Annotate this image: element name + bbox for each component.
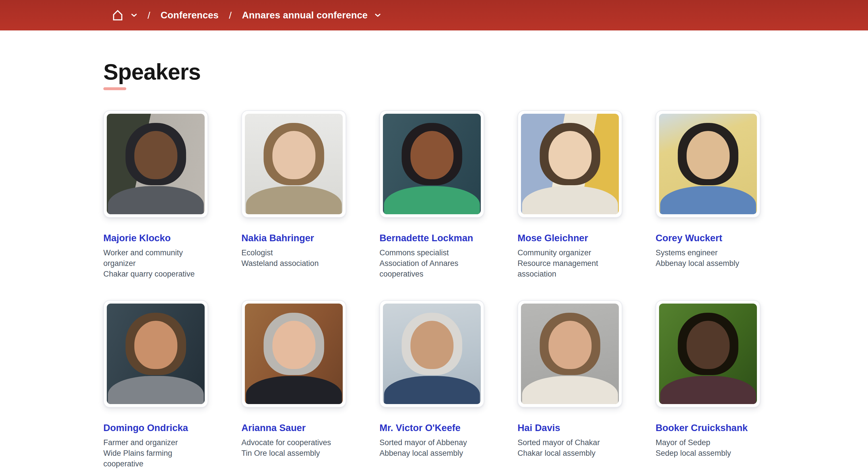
breadcrumb-item-conferences[interactable]: Conferences <box>160 10 218 21</box>
speaker-card: Bernadette Lockman Commons specialist As… <box>379 110 484 279</box>
speaker-photo-link[interactable] <box>379 300 484 408</box>
portrait-face <box>134 321 177 369</box>
portrait-face <box>686 131 730 179</box>
portrait-body <box>107 376 204 404</box>
speaker-role: Farmer and organizer <box>103 437 208 448</box>
portrait-body <box>246 376 342 404</box>
portrait-body <box>107 186 204 214</box>
speaker-name-link[interactable]: Hai Davis <box>518 422 560 433</box>
chevron-down-icon <box>375 13 381 17</box>
page-title: Speakers <box>103 61 868 83</box>
speaker-card: Arianna Sauer Advocate for cooperatives … <box>241 300 346 469</box>
speaker-photo <box>659 303 757 404</box>
speaker-photo <box>659 114 757 214</box>
speaker-photo <box>521 303 619 404</box>
speaker-org: Tin Ore local assembly <box>241 448 346 458</box>
speaker-card: Domingo Ondricka Farmer and organizer Wi… <box>103 300 208 469</box>
speaker-role: Sorted mayor of Chakar <box>518 437 622 448</box>
speaker-photo-link[interactable] <box>241 300 346 408</box>
speaker-photo-link[interactable] <box>518 110 622 218</box>
home-menu-toggle[interactable] <box>131 13 137 17</box>
speaker-photo-link[interactable] <box>241 110 346 218</box>
speaker-role: Commons specialist <box>379 247 484 258</box>
speaker-description: Ecologist Wasteland association <box>241 247 346 269</box>
speaker-name-link[interactable]: Corey Wuckert <box>656 233 722 243</box>
breadcrumb-item-conference-page[interactable]: Annares annual conference <box>242 10 368 21</box>
speaker-org: Wasteland association <box>241 258 346 269</box>
portrait-body <box>522 376 618 404</box>
speaker-description: Systems engineer Abbenay local assembly <box>656 247 761 269</box>
speaker-name-link[interactable]: Domingo Ondricka <box>103 422 188 433</box>
speaker-photo-link[interactable] <box>103 300 208 408</box>
breadcrumb-separator: / <box>229 10 231 21</box>
speaker-description: Farmer and organizer Wide Plains farming… <box>103 437 208 469</box>
speaker-photo <box>107 303 205 404</box>
speaker-photo <box>383 114 481 214</box>
speaker-photo <box>107 114 205 214</box>
speaker-name-link[interactable]: Majorie Klocko <box>103 233 171 243</box>
speaker-description: Advocate for cooperatives Tin Ore local … <box>241 437 346 458</box>
speaker-name-link[interactable]: Mr. Victor O'Keefe <box>379 422 460 433</box>
speaker-org: Abbenay local assembly <box>656 258 761 269</box>
breadcrumb-separator: / <box>148 10 150 21</box>
speaker-photo-link[interactable] <box>656 110 761 218</box>
speaker-photo-link[interactable] <box>379 110 484 218</box>
portrait-face <box>548 131 591 179</box>
portrait-face <box>410 131 453 179</box>
speaker-card: Booker Cruickshank Mayor of Sedep Sedep … <box>656 300 761 469</box>
speaker-photo <box>383 303 481 404</box>
speakers-grid: Majorie Klocko Worker and community orga… <box>103 110 868 469</box>
breadcrumb-bar: / Conferences / Annares annual conferenc… <box>0 0 868 30</box>
speaker-org: Resource management association <box>518 258 622 279</box>
portrait-body <box>384 186 479 214</box>
conference-menu-toggle[interactable] <box>375 13 381 17</box>
speaker-org: Chakar local assembly <box>518 448 622 458</box>
speaker-description: Worker and community organizer Chakar qu… <box>103 247 208 279</box>
speakers-page: Speakers Majorie Klocko Worker and commu… <box>0 61 868 469</box>
speaker-role: Ecologist <box>241 247 346 258</box>
speaker-photo-link[interactable] <box>103 110 208 218</box>
breadcrumb: / Conferences / Annares annual conferenc… <box>112 9 381 22</box>
portrait-face <box>410 321 453 369</box>
speaker-role: Community organizer <box>518 247 622 258</box>
title-underline <box>103 87 126 90</box>
speaker-description: Mayor of Sedep Sedep local assembly <box>656 437 761 458</box>
speaker-role: Mayor of Sedep <box>656 437 761 448</box>
speaker-card: Mose Gleichner Community organizer Resou… <box>518 110 622 279</box>
speaker-name-link[interactable]: Mose Gleichner <box>518 233 588 243</box>
speaker-card: Majorie Klocko Worker and community orga… <box>103 110 208 279</box>
speaker-description: Commons specialist Association of Annare… <box>379 247 484 279</box>
speaker-photo-link[interactable] <box>656 300 761 408</box>
speaker-role: Sorted mayor of Abbenay <box>379 437 484 448</box>
speaker-name-link[interactable]: Booker Cruickshank <box>656 422 748 433</box>
speaker-photo <box>245 303 343 404</box>
home-link[interactable] <box>112 9 124 22</box>
portrait-body <box>660 376 756 404</box>
portrait-body <box>522 186 618 214</box>
speaker-photo <box>245 114 343 214</box>
speaker-role: Worker and community organizer <box>103 247 208 269</box>
speaker-description: Community organizer Resource management … <box>518 247 622 279</box>
portrait-face <box>548 321 591 369</box>
speaker-org: Sedep local assembly <box>656 448 761 458</box>
portrait-body <box>660 186 756 214</box>
speaker-role: Systems engineer <box>656 247 761 258</box>
portrait-face <box>134 131 177 179</box>
speaker-org: Association of Annares cooperatives <box>379 258 484 279</box>
speaker-name-link[interactable]: Bernadette Lockman <box>379 233 473 243</box>
speaker-photo-link[interactable] <box>518 300 622 408</box>
speaker-org: Abbenay local assembly <box>379 448 484 458</box>
speaker-card: Corey Wuckert Systems engineer Abbenay l… <box>656 110 761 279</box>
speaker-name-link[interactable]: Arianna Sauer <box>241 422 306 433</box>
speaker-description: Sorted mayor of Chakar Chakar local asse… <box>518 437 622 458</box>
portrait-body <box>384 376 479 404</box>
home-icon <box>112 9 124 22</box>
speaker-card: Hai Davis Sorted mayor of Chakar Chakar … <box>518 300 622 469</box>
speaker-org: Chakar quarry cooperative <box>103 269 208 279</box>
speaker-photo <box>521 114 619 214</box>
speaker-name-link[interactable]: Nakia Bahringer <box>241 233 314 243</box>
speaker-description: Sorted mayor of Abbenay Abbenay local as… <box>379 437 484 458</box>
portrait-face <box>272 321 315 369</box>
portrait-face <box>686 321 730 369</box>
speaker-card: Mr. Victor O'Keefe Sorted mayor of Abben… <box>379 300 484 469</box>
